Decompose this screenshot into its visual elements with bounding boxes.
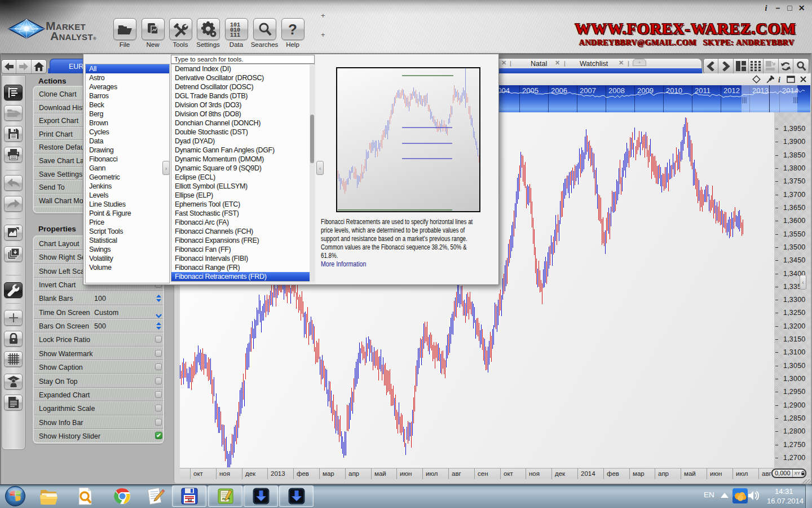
svg-text:64: 64: [188, 498, 192, 502]
svg-text:i: i: [778, 76, 780, 84]
svg-text:111: 111: [230, 32, 240, 37]
svg-text:?: ?: [288, 21, 297, 37]
